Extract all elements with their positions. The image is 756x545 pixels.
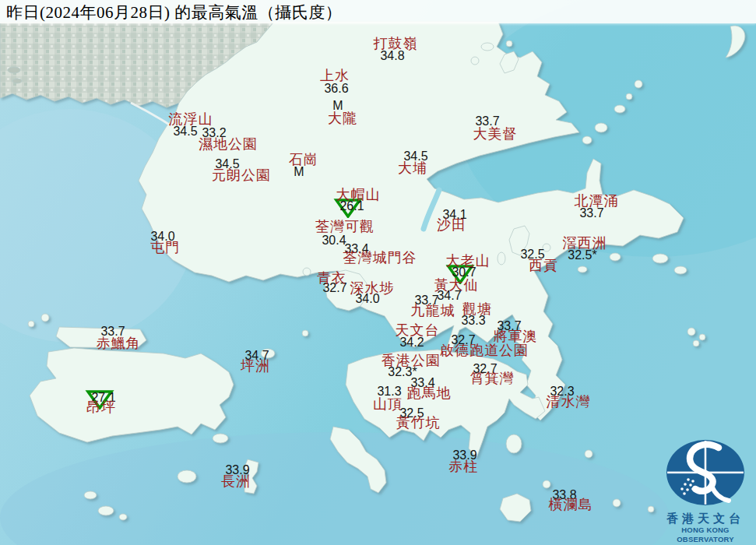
hko-logo-icon <box>665 439 746 508</box>
weather-map: 昨日(2024年06月28日) 的最高氣溫（攝氏度） 34.8打鼓嶺36.6上水… <box>0 0 756 545</box>
title-bar: 昨日(2024年06月28日) 的最高氣溫（攝氏度） <box>0 0 756 23</box>
logo-english: HONG KONG OBSERVATORY <box>658 526 753 543</box>
hong-kong-map <box>0 0 756 545</box>
hko-logo: 香港天文台 HONG KONG OBSERVATORY <box>658 439 753 543</box>
logo-chinese: 香港天文台 <box>658 512 753 526</box>
map-title: 昨日(2024年06月28日) 的最高氣溫（攝氏度） <box>6 2 342 23</box>
airport-island <box>56 327 146 348</box>
